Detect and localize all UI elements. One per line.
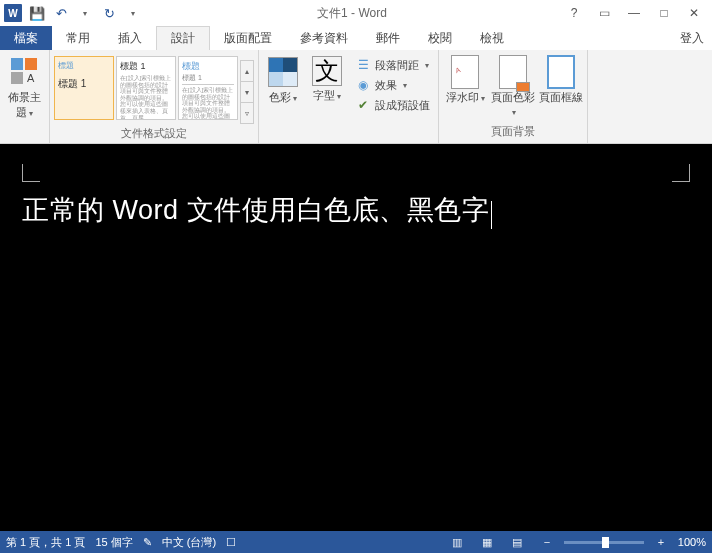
colors-icon [267,56,299,88]
zoom-thumb[interactable] [602,537,609,548]
close-button[interactable]: ✕ [680,2,708,24]
effects-icon: ◉ [355,77,371,93]
tab-layout[interactable]: 版面配置 [210,26,286,50]
themes-icon: A [9,56,41,88]
page-color-icon [497,56,529,88]
tab-insert[interactable]: 插入 [104,26,156,50]
view-web-layout[interactable]: ▤ [506,533,528,551]
qat-undo-button[interactable]: ↶ [50,2,72,24]
themes-label: 佈景主題 [8,91,41,118]
svg-rect-2 [11,72,23,84]
style-set-body: 在[設入]索引標籤上的圖樣包括的設計項目可與文件整體外觀協調的項目。您可以使用這… [120,75,172,120]
group-label-background: 頁面背景 [443,122,583,141]
ribbon-display-button[interactable]: ▭ [590,2,618,24]
tab-review[interactable]: 校閱 [414,26,466,50]
set-default-label: 設成預設值 [375,98,430,113]
document-area[interactable]: 正常的 Word 文件使用白色底、黑色字 [0,144,712,531]
watermark-button[interactable]: A 浮水印▾ [443,52,487,105]
chevron-down-icon: ▾ [425,61,429,70]
zoom-in-button[interactable]: + [650,533,672,551]
check-icon: ✔ [355,97,371,113]
page-borders-icon [545,56,577,88]
qat-undo-more[interactable]: ▾ [74,2,96,24]
zoom-out-button[interactable]: − [536,533,558,551]
tab-references[interactable]: 參考資料 [286,26,362,50]
effects-label: 效果 [375,78,397,93]
group-label-format-cont [263,137,434,141]
page-borders-button[interactable]: 頁面框線 [539,52,583,105]
login-link[interactable]: 登入 [672,26,712,50]
chevron-down-icon: ▾ [481,94,485,103]
style-set-sub: 標題 1 [58,77,110,91]
group-label-format: 文件格式設定 [54,124,254,143]
qat-save-button[interactable]: 💾 [26,2,48,24]
gallery-more[interactable]: ▿ [241,103,253,123]
watermark-icon: A [449,56,481,88]
fonts-icon: 文 [312,56,342,86]
paragraph-spacing-icon: ☰ [355,57,371,73]
style-set-title: 標題 [58,60,110,71]
fonts-label: 字型 [313,89,335,101]
fonts-button[interactable]: 文 字型▾ [307,52,347,103]
style-set-body: 在[設入]索引標籤上的圖樣包括的設計項目可與文件整體外觀協調的項目。您可以使用這… [182,87,234,120]
maximize-button[interactable]: □ [650,2,678,24]
chevron-down-icon: ▾ [403,81,407,90]
paragraph-spacing-button[interactable]: ☰段落間距▾ [351,56,434,74]
style-set-sub: 標題 1 [182,73,234,85]
minimize-button[interactable]: — [620,2,648,24]
themes-button[interactable]: A 佈景主題▾ [4,52,45,120]
gallery-scroll-up[interactable]: ▴ [241,61,253,82]
page-color-button[interactable]: 頁面色彩▾ [491,52,535,117]
zoom-percent[interactable]: 100% [678,536,706,548]
tab-home[interactable]: 常用 [52,26,104,50]
zoom-slider[interactable] [564,541,644,544]
qat-redo-button[interactable]: ↻ [98,2,120,24]
chevron-down-icon: ▾ [29,109,33,118]
style-set-item-3[interactable]: 標題 標題 1 在[設入]索引標籤上的圖樣包括的設計項目可與文件整體外觀協調的項… [178,56,238,120]
view-read-mode[interactable]: ▥ [446,533,468,551]
status-ime-icon[interactable]: ☐ [226,536,236,549]
chevron-down-icon: ▾ [512,108,516,117]
style-set-item-1[interactable]: 標題 標題 1 [54,56,114,120]
tab-design[interactable]: 設計 [156,26,210,50]
text-cursor [491,201,492,229]
tab-mailings[interactable]: 郵件 [362,26,414,50]
status-language[interactable]: 中文 (台灣) [162,535,216,550]
svg-text:A: A [27,72,35,84]
word-app-icon: W [4,4,22,22]
watermark-label: 浮水印 [446,91,479,103]
colors-label: 色彩 [269,91,291,103]
tab-file[interactable]: 檔案 [0,26,52,50]
page-color-label: 頁面色彩 [491,91,535,103]
qat-customize[interactable]: ▾ [122,2,144,24]
group-label-themes [4,137,45,141]
document-text[interactable]: 正常的 Word 文件使用白色底、黑色字 [22,195,489,225]
paragraph-spacing-label: 段落間距 [375,58,419,73]
help-button[interactable]: ? [560,2,588,24]
status-page[interactable]: 第 1 頁，共 1 頁 [6,535,85,550]
status-proofing-icon[interactable]: ✎ [143,536,152,549]
colors-button[interactable]: 色彩▾ [263,52,303,105]
set-default-button[interactable]: ✔設成預設值 [351,96,434,114]
effects-button[interactable]: ◉效果▾ [351,76,434,94]
window-title: 文件1 - Word [144,5,560,22]
style-set-title: 標題 1 [120,60,172,73]
status-word-count[interactable]: 15 個字 [95,535,132,550]
page-borders-label: 頁面框線 [539,90,583,105]
view-print-layout[interactable]: ▦ [476,533,498,551]
tab-view[interactable]: 檢視 [466,26,518,50]
style-set-item-2[interactable]: 標題 1 在[設入]索引標籤上的圖樣包括的設計項目可與文件整體外觀協調的項目。您… [116,56,176,120]
gallery-scroll-down[interactable]: ▾ [241,82,253,103]
svg-rect-0 [11,58,23,70]
chevron-down-icon: ▾ [293,94,297,103]
svg-rect-1 [25,58,37,70]
style-set-title: 標題 [182,60,234,73]
chevron-down-icon: ▾ [337,92,341,101]
crop-mark-top-right [672,164,690,182]
crop-mark-top-left [22,164,40,182]
